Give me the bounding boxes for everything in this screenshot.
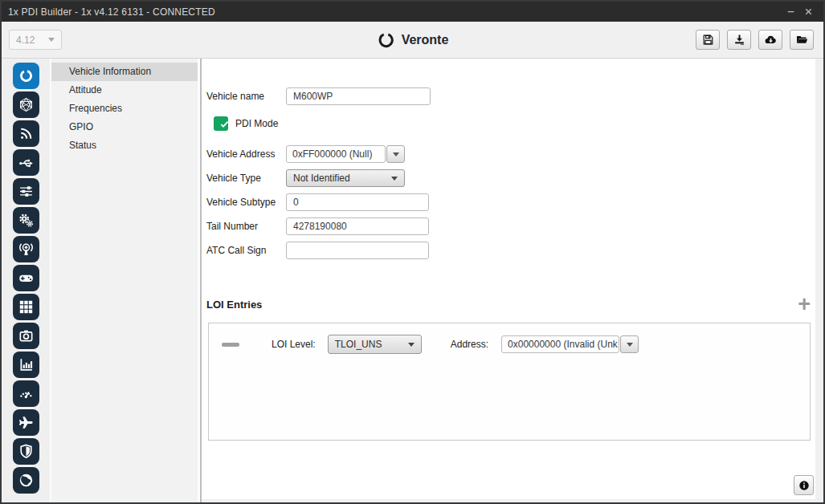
chevron-down-icon: [48, 38, 55, 42]
brand-logo: Veronte: [377, 30, 449, 49]
chevron-down-icon: [391, 177, 398, 181]
tail-number-label: Tail Number: [206, 221, 286, 232]
chevron-down-icon: [627, 343, 633, 347]
gears-icon: [18, 212, 35, 229]
vehicle-subtype-row: Vehicle Subtype: [206, 193, 815, 211]
sidebar-item-bar-chart[interactable]: [13, 352, 39, 378]
loi-level-select[interactable]: TLOI_UNS: [328, 335, 422, 354]
vehicle-type-row: Vehicle Type Not Identified: [206, 169, 815, 187]
main-area: Vehicle InformationAttitudeFrequenciesGP…: [2, 59, 823, 502]
menu-item-attitude[interactable]: Attitude: [51, 81, 198, 100]
chevron-down-icon: [408, 343, 415, 347]
sidebar-item-shield[interactable]: [13, 438, 39, 465]
sidebar-item-veronte-ring[interactable]: [13, 63, 39, 89]
menu-item-vehicle-information[interactable]: Vehicle Information: [51, 63, 198, 81]
vehicle-type-select[interactable]: Not Identified: [286, 169, 405, 187]
loi-address-dropdown-button[interactable]: [620, 335, 639, 353]
title-bar: 1x PDI Builder - 1x v4.12 6131 - CONNECT…: [2, 2, 823, 22]
remove-loi-entry-button[interactable]: [222, 343, 239, 347]
info-button[interactable]: [794, 475, 814, 495]
sidebar-item-hexagon-mesh[interactable]: [13, 91, 39, 118]
cloud-download-icon: [764, 33, 778, 47]
pdi-mode-checkbox[interactable]: [214, 116, 228, 131]
vehicle-name-label: Vehicle name: [206, 91, 286, 102]
sliders-icon: [18, 183, 35, 200]
atc-call-sign-input[interactable]: [286, 242, 429, 259]
globe-icon: [18, 472, 35, 489]
minimize-button[interactable]: [782, 5, 799, 19]
close-button[interactable]: [799, 5, 817, 19]
sidebar-item-gamepad[interactable]: [13, 265, 39, 291]
veronte-ring-logo-icon: [377, 30, 395, 49]
veronte-ring-icon: [18, 67, 35, 84]
info-icon: [798, 479, 811, 492]
sidebar-item-sliders[interactable]: [13, 178, 39, 205]
save-button[interactable]: [696, 30, 720, 50]
gauge-icon: [18, 385, 35, 402]
sidebar-item-gauge[interactable]: [13, 380, 39, 407]
vehicle-address-label: Vehicle Address: [206, 148, 286, 160]
sidebar-item-rss[interactable]: [13, 120, 39, 147]
pdi-mode-row: PDI Mode: [206, 116, 815, 131]
open-folder-icon: [795, 33, 809, 47]
chevron-down-icon: [393, 152, 399, 156]
version-value: 4.12: [16, 35, 35, 46]
open-file-button[interactable]: [790, 30, 814, 50]
sidebar-item-plane[interactable]: [13, 409, 39, 436]
app-window: 1x PDI Builder - 1x v4.12 6131 - CONNECT…: [0, 0, 825, 504]
loi-address-value[interactable]: 0x00000000 (Invalid (Unk: [501, 335, 619, 353]
bar-chart-icon: [18, 356, 35, 373]
loi-address-combobox: 0x00000000 (Invalid (Unk: [501, 335, 639, 353]
loi-entries-header: LOI Entries +: [206, 296, 815, 312]
podcast-icon: [18, 241, 35, 258]
loi-address-label: Address:: [451, 339, 488, 350]
vehicle-address-value[interactable]: 0xFF000000 (Null): [286, 145, 386, 163]
sidebar-item-podcast[interactable]: [13, 236, 39, 262]
vehicle-address-row: Vehicle Address 0xFF000000 (Null): [206, 145, 815, 163]
icon-sidebar: [2, 59, 51, 502]
toolbar-buttons: [696, 30, 814, 50]
sidebar-item-usb[interactable]: [13, 149, 39, 176]
sidebar-item-gears[interactable]: [13, 207, 39, 234]
camera-icon: [18, 327, 35, 344]
atc-call-sign-row: ATC Call Sign: [206, 242, 815, 259]
hexagon-mesh-icon: [18, 96, 35, 113]
pdi-mode-label: PDI Mode: [235, 118, 278, 129]
tail-number-row: Tail Number: [206, 217, 815, 235]
floppy-icon: [701, 33, 715, 47]
menu-panel: Vehicle InformationAttitudeFrequenciesGP…: [51, 59, 198, 502]
rss-icon: [18, 125, 35, 142]
tail-number-input[interactable]: [286, 217, 429, 235]
vehicle-address-dropdown-button[interactable]: [386, 145, 405, 163]
content-panel: Vehicle name PDI Mode Vehicle Address 0x…: [202, 59, 815, 499]
vehicle-subtype-label: Vehicle Subtype: [206, 197, 286, 208]
check-icon: [219, 119, 230, 129]
download-tray-icon: [733, 33, 746, 47]
grid-icon: [18, 299, 35, 315]
shield-icon: [18, 443, 35, 460]
sidebar-item-camera[interactable]: [13, 323, 39, 349]
brand-name: Veronte: [402, 33, 449, 47]
atc-call-sign-label: ATC Call Sign: [206, 245, 286, 256]
plane-icon: [18, 414, 35, 431]
loi-entries-title: LOI Entries: [206, 299, 262, 311]
add-loi-entry-button[interactable]: +: [798, 296, 811, 312]
menu-item-gpio[interactable]: GPIO: [51, 118, 198, 136]
sidebar-item-grid[interactable]: [13, 294, 39, 320]
sidebar-item-globe[interactable]: [13, 467, 39, 494]
cloud-download-button[interactable]: [758, 30, 782, 50]
version-dropdown[interactable]: 4.12: [9, 30, 62, 50]
loi-level-label: LOI Level:: [272, 339, 316, 350]
vehicle-type-value: Not Identified: [293, 173, 350, 184]
gamepad-icon: [18, 270, 35, 287]
vehicle-name-input[interactable]: [286, 87, 431, 105]
loi-entry-row: LOI Level:TLOI_UNSAddress:0x00000000 (In…: [209, 323, 810, 354]
menu-item-status[interactable]: Status: [51, 136, 198, 155]
toolbar: 4.12 Veronte: [2, 22, 823, 59]
vehicle-subtype-input[interactable]: [286, 193, 429, 211]
window-title: 1x PDI Builder - 1x v4.12 6131 - CONNECT…: [8, 6, 215, 18]
loi-level-value: TLOI_UNS: [335, 339, 382, 350]
usb-icon: [18, 154, 35, 171]
menu-item-frequencies[interactable]: Frequencies: [51, 100, 198, 118]
import-button[interactable]: [727, 30, 751, 50]
